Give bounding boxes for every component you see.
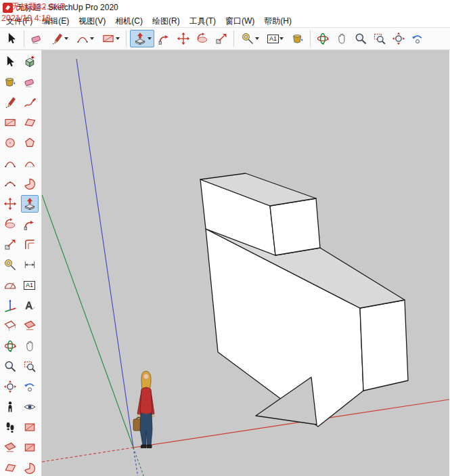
menu-bar: 文件(F) 编辑(E) 视图(V) 相机(C) 绘图(R) 工具(T) 窗口(W… — [0, 15, 450, 27]
zoom-window-icon — [23, 360, 37, 373]
scale-tool-button[interactable] — [1, 236, 19, 253]
chevron-down-icon[interactable] — [90, 37, 94, 40]
menu-camera[interactable]: 相机(C) — [110, 15, 148, 28]
circle-tool-button[interactable] — [1, 134, 19, 152]
menu-help[interactable]: 帮助(H) — [259, 15, 296, 28]
previous-view-button[interactable] — [21, 378, 39, 395]
scale-icon — [3, 238, 17, 251]
style-icon-3 — [3, 461, 17, 475]
offset-tool-button[interactable] — [21, 236, 39, 253]
zoom-extents-icon — [392, 32, 405, 45]
section-display-icon — [23, 420, 37, 434]
line-icon — [3, 95, 17, 109]
zoom-window-tool-button[interactable] — [371, 30, 388, 47]
menu-draw[interactable]: 绘图(R) — [148, 15, 185, 28]
rectangle-tool-button[interactable] — [1, 114, 19, 131]
chevron-down-icon[interactable] — [64, 37, 68, 40]
scale-tool-button[interactable] — [212, 30, 230, 47]
chevron-down-icon[interactable] — [255, 37, 259, 40]
orbit-tool-button[interactable] — [1, 337, 19, 355]
text-tool-button[interactable]: A1 — [263, 30, 288, 47]
rotate-tool-button[interactable] — [1, 215, 19, 233]
menu-edit[interactable]: 编辑(E) — [37, 15, 74, 28]
rotate-icon — [3, 217, 17, 231]
look-around-icon — [23, 400, 37, 414]
move-icon — [3, 197, 17, 211]
person-jacket — [140, 387, 152, 414]
toolbar-separator — [310, 30, 311, 47]
move-tool-button[interactable] — [1, 195, 19, 213]
make-component-button[interactable] — [21, 53, 39, 70]
polygon-tool-button[interactable] — [21, 134, 39, 152]
menu-view[interactable]: 视图(V) — [74, 15, 110, 28]
text-tool-button[interactable]: A1 — [21, 276, 39, 294]
move-tool-button[interactable] — [175, 30, 192, 47]
chevron-down-icon[interactable] — [116, 37, 120, 40]
dimension-tool-button[interactable] — [21, 256, 39, 274]
push-pull-tool-button[interactable] — [21, 195, 39, 213]
look-around-tool-button[interactable] — [21, 398, 39, 416]
paint-bucket-tool-button[interactable] — [1, 73, 19, 91]
pan-tool-button[interactable] — [333, 30, 351, 47]
pie-tool-button[interactable] — [21, 175, 39, 192]
freehand-icon — [23, 95, 37, 109]
menu-tools[interactable]: 工具(T) — [185, 15, 221, 28]
chevron-down-icon[interactable] — [279, 37, 284, 40]
style-button-3[interactable] — [1, 459, 19, 476]
style-button-4[interactable] — [21, 459, 39, 476]
scale-icon — [215, 32, 228, 45]
two-point-arc-tool-button[interactable] — [21, 154, 39, 172]
rotate-icon — [196, 32, 209, 45]
protractor-icon — [3, 278, 17, 292]
left-toolbar: A1 — [0, 50, 42, 476]
style-button-2[interactable] — [21, 439, 39, 456]
eraser-tool-button[interactable] — [28, 30, 45, 47]
menu-file[interactable]: 文件(F) — [1, 15, 37, 28]
eraser-tool-button[interactable] — [21, 73, 39, 91]
arc-tool-button[interactable] — [1, 154, 19, 172]
previous-view-button[interactable] — [409, 30, 426, 47]
follow-me-tool-button[interactable] — [156, 30, 173, 47]
freehand-tool-button[interactable] — [21, 93, 39, 111]
push-pull-tool-button[interactable] — [130, 30, 154, 47]
axes-tool-button[interactable] — [1, 297, 19, 314]
paint-bucket-tool-button[interactable] — [289, 30, 307, 47]
walk-tool-button[interactable] — [1, 418, 19, 436]
follow-me-tool-button[interactable] — [21, 215, 39, 233]
tape-measure-tool-button[interactable] — [1, 256, 19, 274]
rotate-tool-button[interactable] — [194, 30, 211, 47]
viewport-canvas[interactable] — [42, 50, 449, 476]
section-display-button[interactable] — [21, 418, 39, 436]
zoom-tool-button[interactable] — [352, 30, 369, 47]
window-title: 无标题 - SketchUp Pro 2020 — [16, 2, 118, 14]
walk-icon — [3, 420, 17, 434]
orbit-icon — [316, 32, 330, 45]
zoom-icon — [354, 32, 367, 45]
rotated-rectangle-tool-button[interactable] — [21, 114, 39, 131]
select-tool-button[interactable] — [1, 53, 19, 70]
select-tool-button[interactable] — [3, 30, 20, 47]
zoom-extents-tool-button[interactable] — [390, 30, 407, 47]
position-camera-tool-button[interactable] — [1, 398, 19, 416]
zoom-window-tool-button[interactable] — [21, 358, 39, 375]
menu-window[interactable]: 窗口(W) — [221, 15, 259, 28]
line-tool-button[interactable] — [1, 93, 19, 111]
zoom-tool-button[interactable] — [1, 358, 19, 375]
section-plane-tool-button[interactable] — [1, 317, 19, 334]
arc-tool-button[interactable] — [72, 30, 97, 47]
select-icon — [3, 55, 17, 68]
viewport[interactable] — [42, 50, 449, 476]
zoom-extents-tool-button[interactable] — [1, 378, 19, 395]
tape-measure-tool-button[interactable] — [238, 30, 262, 47]
protractor-tool-button[interactable] — [1, 276, 19, 294]
3d-text-tool-button[interactable] — [21, 297, 39, 314]
line-tool-button[interactable] — [47, 30, 71, 47]
section-fill-tool-button[interactable] — [21, 317, 39, 334]
rectangle-tool-button[interactable] — [98, 30, 122, 47]
pan-tool-button[interactable] — [21, 337, 39, 355]
text-icon: A1 — [267, 35, 279, 43]
style-button-1[interactable] — [1, 439, 19, 456]
three-point-arc-tool-button[interactable] — [1, 175, 19, 192]
chevron-down-icon[interactable] — [148, 37, 152, 40]
orbit-tool-button[interactable] — [314, 30, 332, 47]
